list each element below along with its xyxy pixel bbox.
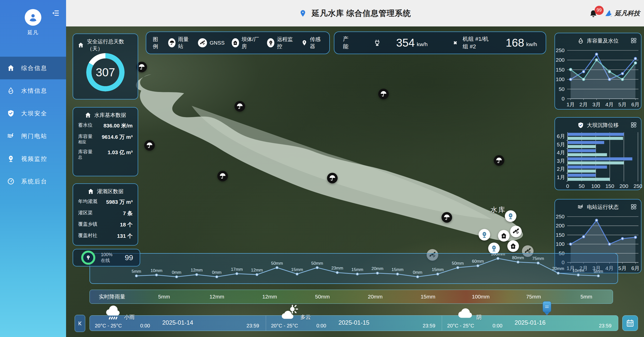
units-value: 168 — [506, 37, 524, 49]
timeline-slider-handle[interactable] — [543, 301, 551, 315]
svg-text:17mm: 17mm — [231, 267, 243, 272]
svg-text:150: 150 — [556, 67, 565, 73]
sidebar-item-dam[interactable]: 大坝安全 — [0, 102, 66, 125]
dam-settlement-chart: 0501001502002501月2月3月4月5月6月 — [555, 131, 642, 190]
row-value: 1.03 亿 m³ — [108, 149, 133, 156]
map-marker-rain[interactable] — [217, 171, 228, 181]
umbrella-icon — [380, 90, 387, 97]
data-row: 覆盖村社131 个 — [78, 232, 133, 240]
calendar-button[interactable] — [622, 315, 638, 331]
safe-days-title-row: 安全运行总天数（天） — [73, 34, 138, 52]
notifications-button[interactable]: 99 — [589, 7, 600, 19]
reservoir-title: 水库基本数据 — [94, 112, 126, 119]
home-icon — [85, 112, 91, 118]
reservoir-data-panel: 水库基本数据 蓄水位836.00 米/m库容量相应9614.6 万 m³库容量总… — [73, 107, 138, 176]
map-marker-rain[interactable] — [442, 212, 452, 223]
row-value: 18 个 — [120, 221, 133, 228]
sensors-online-panel: 100% 在线 99 — [73, 249, 140, 266]
legend-item-label: 传感器 — [310, 36, 323, 50]
legend-item-雨量站[interactable]: 雨量站 — [168, 36, 191, 50]
data-row: 灌区渠7 条 — [78, 210, 133, 217]
safe-days-panel: 安全运行总天数（天） 307 — [73, 33, 138, 99]
sail-logo-icon — [604, 9, 613, 18]
svg-text:2月: 2月 — [557, 166, 565, 172]
droplet-icon — [7, 87, 15, 94]
weather-day-2025-01-15[interactable]: 多云20°C - 25°C0:002025-01-1523:59 — [266, 316, 442, 331]
sidebar-item-water[interactable]: 水情信息 — [0, 79, 66, 102]
row-label: 年均灌溉 — [78, 198, 97, 205]
webcam-icon — [490, 245, 497, 252]
legend-item-坝体/厂房[interactable]: 坝体/厂房 — [232, 36, 260, 50]
grid-icon[interactable] — [630, 122, 637, 128]
sidebar-item-gate[interactable]: 闸门电站 — [0, 125, 66, 147]
row-label: 蓄水位 — [78, 122, 93, 128]
svg-text:250: 250 — [556, 47, 565, 53]
units-unit: kw/h — [526, 41, 537, 47]
map-marker-rain[interactable] — [378, 89, 389, 99]
sidebar-item-backend[interactable]: 系统后台 — [0, 170, 66, 193]
sidebar-item-overview[interactable]: 综合信息 — [0, 57, 66, 79]
sun-cloud-icon — [281, 305, 298, 321]
svg-text:4月: 4月 — [557, 150, 565, 155]
house-gear-icon — [232, 40, 238, 46]
map-marker-gnss[interactable] — [510, 226, 522, 237]
weather-day-2025-01-16[interactable]: 阴20°C - 25°C0:002025-01-1623:59 — [442, 316, 618, 331]
svg-text:60mm: 60mm — [472, 259, 484, 264]
weather-day-2025-01-14[interactable]: 小雨20°C - 25°C0:002025-01-1423:59 — [90, 316, 266, 331]
svg-text:15mm: 15mm — [392, 267, 403, 272]
sidebar-item-label: 闸门电站 — [21, 132, 47, 140]
map-marker-rain[interactable] — [327, 173, 338, 183]
svg-text:5月: 5月 — [557, 142, 565, 147]
map-marker-plant[interactable] — [507, 240, 519, 252]
rain-strip-value: 15mm — [402, 294, 454, 300]
legend-item-远程监控[interactable]: 远程监控 — [267, 36, 294, 50]
svg-text:12mm: 12mm — [191, 268, 202, 273]
map-marker-webcam[interactable] — [479, 229, 490, 241]
grid-icon[interactable] — [630, 37, 637, 44]
irrigation-rows: 年均灌溉5983 万 m³灌区渠7 条覆盖乡镇18 个覆盖村社131 个 — [73, 195, 138, 240]
sidebar-item-video[interactable]: 视频监控 — [0, 147, 66, 170]
timeline-prev-button[interactable] — [75, 315, 85, 332]
safe-days-value: 307 — [96, 65, 115, 79]
map-marker-rain[interactable] — [144, 140, 155, 151]
webcam-icon — [481, 231, 488, 238]
power-value: 354 — [396, 37, 415, 49]
legend-item-GNSS[interactable]: GNSS — [198, 38, 225, 47]
svg-text:50mm: 50mm — [452, 261, 464, 266]
sidebar-item-label: 系统后台 — [21, 178, 47, 185]
legend-item-传感器[interactable]: 传感器 — [301, 36, 323, 50]
sidebar-menu: 综合信息水情信息大坝安全闸门电站视频监控系统后台 — [0, 57, 66, 193]
map-marker-webcam[interactable] — [505, 210, 516, 222]
map-marker-rain[interactable] — [494, 155, 504, 166]
online-percent: 100% — [101, 252, 112, 258]
svg-text:100: 100 — [556, 76, 565, 82]
weather-timeline-bar[interactable]: 小雨20°C - 25°C0:002025-01-1423:59多云20°C -… — [90, 315, 618, 331]
chart1-title-row: 库容量及水位 — [555, 33, 641, 44]
svg-text:200: 200 — [556, 57, 565, 63]
legend-icon-circle — [198, 38, 207, 47]
svg-text:2月: 2月 — [579, 102, 588, 107]
irrigation-data-panel: 灌溉区数据 年均灌溉5983 万 m³灌区渠7 条覆盖乡镇18 个覆盖村社131… — [73, 183, 138, 246]
reservoir-title-row: 水库基本数据 — [73, 108, 138, 119]
map-marker-rain[interactable] — [235, 101, 245, 112]
user-profile[interactable]: 延凡 — [0, 9, 66, 36]
location-pin-icon — [299, 9, 307, 18]
rain-strip-value: 75mm — [507, 294, 560, 300]
row-value: 5983 万 m³ — [106, 198, 133, 206]
brand-name: 延凡科技 — [615, 9, 640, 17]
map-marker-webcam[interactable] — [488, 243, 500, 254]
rain-strip-value: 5mm — [560, 294, 613, 300]
sidebar-item-label: 大坝安全 — [21, 110, 47, 117]
rain-strip-values: 5mm12mm12mm50mm20mm15mm100mm75mm5mm — [138, 294, 613, 300]
map-legend-bar: 图例 雨量站GNSS坝体/厂房远程监控传感器 — [146, 31, 330, 54]
svg-text:1月: 1月 — [557, 174, 565, 180]
house-gear-icon — [510, 243, 517, 250]
svg-text:15mm: 15mm — [432, 267, 444, 272]
map-marker-plant[interactable] — [498, 230, 510, 242]
svg-text:0mm: 0mm — [212, 270, 222, 275]
sidebar-item-label: 水情信息 — [21, 87, 47, 95]
grid-icon[interactable] — [630, 204, 637, 210]
svg-text:3月: 3月 — [592, 102, 601, 107]
row-label: 覆盖乡镇 — [78, 221, 97, 227]
umbrella-icon — [443, 214, 450, 221]
